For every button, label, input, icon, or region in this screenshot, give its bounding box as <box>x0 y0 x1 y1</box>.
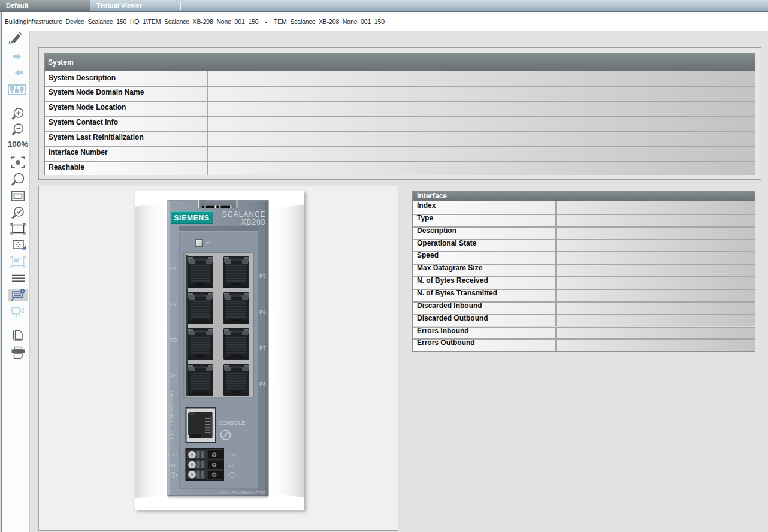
svg-text:P3: P3 <box>170 337 177 343</box>
svg-text:P1 TO P8 FOR LAN ONLY: P1 TO P8 FOR LAN ONLY <box>169 390 173 443</box>
svg-text:M1: M1 <box>169 463 176 468</box>
svg-text:XB208: XB208 <box>241 218 265 226</box>
svg-text:P7: P7 <box>259 345 266 351</box>
svg-text:L1+: L1+ <box>169 452 177 458</box>
svg-text:P1: P1 <box>170 265 177 271</box>
svg-text:P8: P8 <box>259 381 266 387</box>
svg-text:6GK5 208-0BA00-2TB2: 6GK5 208-0BA00-2TB2 <box>219 490 266 495</box>
svg-text:P2: P2 <box>170 301 177 307</box>
svg-text:P6: P6 <box>259 309 266 315</box>
svg-text:SIEMENS: SIEMENS <box>174 214 210 222</box>
svg-text:V2: V2 <box>228 463 235 468</box>
svg-text:CONSOLE: CONSOLE <box>219 420 245 426</box>
svg-text:F: F <box>206 240 210 247</box>
svg-text:P4: P4 <box>170 373 177 379</box>
svg-text:L2+: L2+ <box>228 452 237 458</box>
svg-text:P5: P5 <box>259 273 266 279</box>
